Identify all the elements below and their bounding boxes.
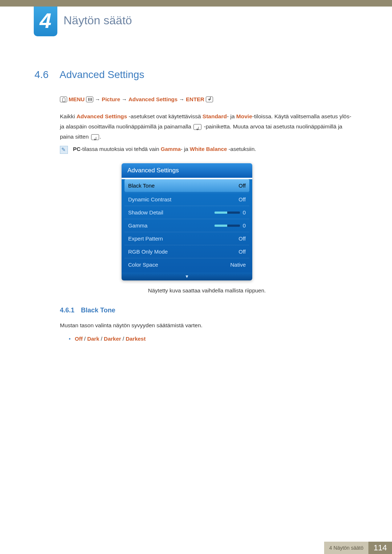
text: -tilassa muutoksia voi tehdä vain [81, 146, 161, 152]
osd-caption: Näytetty kuva saattaa vaihdella mallista… [60, 287, 354, 294]
breadcrumb-menu: MENU [69, 96, 85, 102]
osd-value: Off [238, 249, 246, 255]
text: -asetuksiin. [227, 146, 256, 152]
osd-row-expert-pattern[interactable]: Expert Pattern Off [124, 232, 249, 245]
note-icon [60, 146, 68, 154]
text: Kaikki [60, 113, 77, 119]
section-number: 4.6 [34, 69, 49, 81]
osd-value: Off [238, 182, 246, 189]
osd-row-color-space[interactable]: Color Space Native [124, 258, 249, 271]
text-hl: Advanced Settings [77, 113, 127, 119]
text: . [100, 134, 101, 140]
subsection-description: Mustan tason valinta näytön syvyyden sää… [60, 322, 203, 329]
osd-row-shadow-detail[interactable]: Shadow Detail 0 [124, 206, 249, 219]
osd-value: 0 [243, 209, 246, 216]
osd-label: Gamma [128, 222, 147, 229]
paragraph-main: Kaikki Advanced Settings -asetukset ovat… [60, 111, 354, 142]
text-bold: PC [73, 146, 81, 152]
osd-value: Off [238, 196, 246, 202]
arrow-icon: → [95, 96, 100, 102]
separator: / [121, 336, 126, 342]
osd-label: Black Tone [128, 182, 155, 189]
osd-label: Dynamic Contrast [128, 196, 171, 202]
enter-icon [193, 124, 201, 130]
subsection-number: 4.6.1 [60, 307, 74, 314]
text: - ja [227, 113, 236, 119]
slider-icon [215, 225, 240, 227]
option-darker: Darker [104, 336, 121, 342]
osd-row-dynamic-contrast[interactable]: Dynamic Contrast Off [124, 193, 249, 206]
note: PC-tilassa muutoksia voi tehdä vain Gamm… [60, 146, 256, 154]
footer-page-number: 114 [368, 542, 392, 554]
remote-icon [60, 97, 67, 102]
text-hl: Gamma [161, 146, 181, 152]
options-list: Off / Dark / Darker / Darkest [69, 336, 146, 342]
osd-value: Native [230, 262, 246, 268]
text: -asetukset ovat käytettävissä [127, 113, 203, 119]
section-title: Advanced Settings [60, 69, 144, 81]
text: - ja [181, 146, 190, 152]
osd-value: 0 [243, 222, 246, 229]
enter-icon [91, 134, 99, 140]
osd-panel: Advanced Settings Black Tone Off Dynamic… [122, 163, 252, 280]
text-hl: Movie [236, 113, 252, 119]
option-darkest: Darkest [126, 336, 146, 342]
option-off: Off [75, 336, 83, 342]
osd-row-rgb-only[interactable]: RGB Only Mode Off [124, 245, 249, 258]
breadcrumb-picture: Picture [102, 96, 120, 102]
osd-label: Expert Pattern [128, 235, 163, 242]
text-hl: Standard [203, 113, 227, 119]
breadcrumb-enter: ENTER [186, 96, 204, 102]
osd-label: Color Space [128, 262, 158, 268]
separator: / [99, 336, 104, 342]
osd-scroll-down-icon[interactable]: ▼ [122, 272, 252, 280]
text-hl: White Balance [190, 146, 227, 152]
slider-icon [215, 212, 240, 214]
arrow-icon: → [179, 96, 184, 102]
chapter-number-badge: 4 [34, 7, 57, 36]
footer-chapter-label: 4 Näytön säätö [324, 542, 368, 554]
bullet-icon [69, 338, 70, 340]
menu-icon [86, 97, 93, 102]
osd-value: Off [238, 235, 246, 242]
osd-title: Advanced Settings [122, 163, 252, 178]
osd-body: Black Tone Off Dynamic Contrast Off Shad… [122, 179, 252, 272]
osd-label: RGB Only Mode [128, 249, 168, 255]
section-heading: 4.6 Advanced Settings [34, 69, 144, 81]
option-dark: Dark [87, 336, 99, 342]
subsection-heading: 4.6.1 Black Tone [60, 307, 115, 314]
subsection-title: Black Tone [81, 307, 115, 314]
osd-row-gamma[interactable]: Gamma 0 [124, 219, 249, 232]
arrow-icon: → [122, 96, 127, 102]
note-text: PC-tilassa muutoksia voi tehdä vain Gamm… [73, 146, 256, 152]
page-top-border [0, 0, 392, 7]
osd-row-black-tone[interactable]: Black Tone Off [124, 179, 249, 192]
separator: / [83, 336, 87, 342]
menu-path: MENU → Picture → Advanced Settings → ENT… [60, 96, 213, 102]
breadcrumb-advanced: Advanced Settings [128, 96, 177, 102]
page-footer: 4 Näytön säätö 114 [324, 542, 392, 554]
enter-icon [206, 97, 213, 102]
osd-label: Shadow Detail [128, 209, 163, 216]
chapter-title: Näytön säätö [64, 14, 132, 27]
